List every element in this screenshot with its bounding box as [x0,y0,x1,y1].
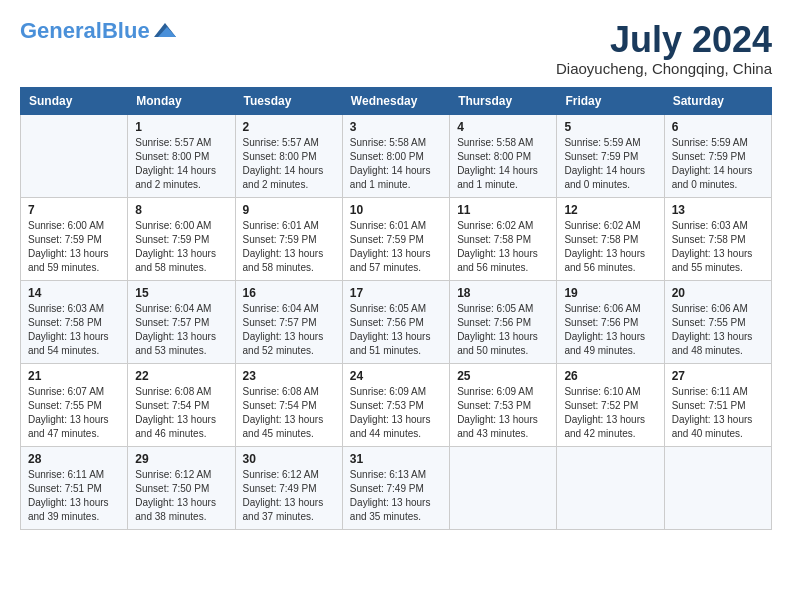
day-number: 30 [243,452,335,466]
day-info: Sunrise: 6:02 AM Sunset: 7:58 PM Dayligh… [457,219,549,275]
day-number: 25 [457,369,549,383]
calendar-table: SundayMondayTuesdayWednesdayThursdayFrid… [20,87,772,530]
day-number: 10 [350,203,442,217]
day-number: 26 [564,369,656,383]
day-number: 8 [135,203,227,217]
day-number: 17 [350,286,442,300]
calendar-cell [664,446,771,529]
calendar-cell: 12Sunrise: 6:02 AM Sunset: 7:58 PM Dayli… [557,197,664,280]
calendar-cell: 9Sunrise: 6:01 AM Sunset: 7:59 PM Daylig… [235,197,342,280]
day-info: Sunrise: 6:02 AM Sunset: 7:58 PM Dayligh… [564,219,656,275]
month-year: July 2024 [556,20,772,60]
day-number: 14 [28,286,120,300]
weekday-header-sunday: Sunday [21,87,128,114]
calendar-cell: 29Sunrise: 6:12 AM Sunset: 7:50 PM Dayli… [128,446,235,529]
location: Diaoyucheng, Chongqing, China [556,60,772,77]
day-number: 1 [135,120,227,134]
calendar-cell [557,446,664,529]
day-info: Sunrise: 5:58 AM Sunset: 8:00 PM Dayligh… [457,136,549,192]
logo-blue: Blue [102,18,150,43]
day-info: Sunrise: 6:04 AM Sunset: 7:57 PM Dayligh… [243,302,335,358]
calendar-cell: 2Sunrise: 5:57 AM Sunset: 8:00 PM Daylig… [235,114,342,197]
day-info: Sunrise: 5:57 AM Sunset: 8:00 PM Dayligh… [135,136,227,192]
calendar-cell [450,446,557,529]
calendar-cell: 22Sunrise: 6:08 AM Sunset: 7:54 PM Dayli… [128,363,235,446]
day-number: 11 [457,203,549,217]
calendar-cell: 11Sunrise: 6:02 AM Sunset: 7:58 PM Dayli… [450,197,557,280]
day-number: 29 [135,452,227,466]
logo-icon [154,23,176,37]
day-info: Sunrise: 6:08 AM Sunset: 7:54 PM Dayligh… [135,385,227,441]
day-number: 18 [457,286,549,300]
day-info: Sunrise: 6:12 AM Sunset: 7:49 PM Dayligh… [243,468,335,524]
calendar-cell: 6Sunrise: 5:59 AM Sunset: 7:59 PM Daylig… [664,114,771,197]
calendar-cell: 26Sunrise: 6:10 AM Sunset: 7:52 PM Dayli… [557,363,664,446]
logo-general: General [20,18,102,43]
day-info: Sunrise: 6:06 AM Sunset: 7:56 PM Dayligh… [564,302,656,358]
day-info: Sunrise: 6:01 AM Sunset: 7:59 PM Dayligh… [243,219,335,275]
day-info: Sunrise: 6:05 AM Sunset: 7:56 PM Dayligh… [457,302,549,358]
day-info: Sunrise: 6:03 AM Sunset: 7:58 PM Dayligh… [672,219,764,275]
calendar-cell: 17Sunrise: 6:05 AM Sunset: 7:56 PM Dayli… [342,280,449,363]
calendar-cell: 25Sunrise: 6:09 AM Sunset: 7:53 PM Dayli… [450,363,557,446]
calendar-cell: 20Sunrise: 6:06 AM Sunset: 7:55 PM Dayli… [664,280,771,363]
day-number: 27 [672,369,764,383]
weekday-header-monday: Monday [128,87,235,114]
calendar-cell: 4Sunrise: 5:58 AM Sunset: 8:00 PM Daylig… [450,114,557,197]
day-number: 16 [243,286,335,300]
day-info: Sunrise: 6:12 AM Sunset: 7:50 PM Dayligh… [135,468,227,524]
calendar-cell: 1Sunrise: 5:57 AM Sunset: 8:00 PM Daylig… [128,114,235,197]
title-block: July 2024 Diaoyucheng, Chongqing, China [556,20,772,77]
calendar-cell: 8Sunrise: 6:00 AM Sunset: 7:59 PM Daylig… [128,197,235,280]
weekday-header-friday: Friday [557,87,664,114]
day-number: 20 [672,286,764,300]
day-info: Sunrise: 5:57 AM Sunset: 8:00 PM Dayligh… [243,136,335,192]
calendar-cell: 21Sunrise: 6:07 AM Sunset: 7:55 PM Dayli… [21,363,128,446]
day-number: 23 [243,369,335,383]
day-number: 15 [135,286,227,300]
calendar-cell [21,114,128,197]
calendar-week-row: 1Sunrise: 5:57 AM Sunset: 8:00 PM Daylig… [21,114,772,197]
calendar-cell: 18Sunrise: 6:05 AM Sunset: 7:56 PM Dayli… [450,280,557,363]
calendar-cell: 14Sunrise: 6:03 AM Sunset: 7:58 PM Dayli… [21,280,128,363]
day-info: Sunrise: 6:00 AM Sunset: 7:59 PM Dayligh… [28,219,120,275]
day-info: Sunrise: 6:11 AM Sunset: 7:51 PM Dayligh… [28,468,120,524]
day-info: Sunrise: 6:05 AM Sunset: 7:56 PM Dayligh… [350,302,442,358]
weekday-header-row: SundayMondayTuesdayWednesdayThursdayFrid… [21,87,772,114]
day-number: 31 [350,452,442,466]
day-number: 12 [564,203,656,217]
day-number: 22 [135,369,227,383]
day-number: 7 [28,203,120,217]
calendar-cell: 13Sunrise: 6:03 AM Sunset: 7:58 PM Dayli… [664,197,771,280]
calendar-cell: 15Sunrise: 6:04 AM Sunset: 7:57 PM Dayli… [128,280,235,363]
calendar-cell: 19Sunrise: 6:06 AM Sunset: 7:56 PM Dayli… [557,280,664,363]
page-header: GeneralBlue July 2024 Diaoyucheng, Chong… [20,20,772,77]
calendar-cell: 23Sunrise: 6:08 AM Sunset: 7:54 PM Dayli… [235,363,342,446]
day-number: 24 [350,369,442,383]
day-number: 28 [28,452,120,466]
day-info: Sunrise: 5:58 AM Sunset: 8:00 PM Dayligh… [350,136,442,192]
day-info: Sunrise: 6:00 AM Sunset: 7:59 PM Dayligh… [135,219,227,275]
calendar-week-row: 14Sunrise: 6:03 AM Sunset: 7:58 PM Dayli… [21,280,772,363]
calendar-cell: 30Sunrise: 6:12 AM Sunset: 7:49 PM Dayli… [235,446,342,529]
calendar-cell: 3Sunrise: 5:58 AM Sunset: 8:00 PM Daylig… [342,114,449,197]
day-number: 19 [564,286,656,300]
day-number: 6 [672,120,764,134]
day-info: Sunrise: 6:10 AM Sunset: 7:52 PM Dayligh… [564,385,656,441]
calendar-cell: 10Sunrise: 6:01 AM Sunset: 7:59 PM Dayli… [342,197,449,280]
weekday-header-saturday: Saturday [664,87,771,114]
day-info: Sunrise: 6:04 AM Sunset: 7:57 PM Dayligh… [135,302,227,358]
calendar-cell: 27Sunrise: 6:11 AM Sunset: 7:51 PM Dayli… [664,363,771,446]
day-info: Sunrise: 6:09 AM Sunset: 7:53 PM Dayligh… [457,385,549,441]
calendar-week-row: 21Sunrise: 6:07 AM Sunset: 7:55 PM Dayli… [21,363,772,446]
weekday-header-tuesday: Tuesday [235,87,342,114]
day-number: 2 [243,120,335,134]
weekday-header-thursday: Thursday [450,87,557,114]
calendar-week-row: 7Sunrise: 6:00 AM Sunset: 7:59 PM Daylig… [21,197,772,280]
logo-text: GeneralBlue [20,20,150,42]
day-info: Sunrise: 6:09 AM Sunset: 7:53 PM Dayligh… [350,385,442,441]
day-info: Sunrise: 6:08 AM Sunset: 7:54 PM Dayligh… [243,385,335,441]
day-info: Sunrise: 6:06 AM Sunset: 7:55 PM Dayligh… [672,302,764,358]
day-number: 21 [28,369,120,383]
day-info: Sunrise: 5:59 AM Sunset: 7:59 PM Dayligh… [564,136,656,192]
